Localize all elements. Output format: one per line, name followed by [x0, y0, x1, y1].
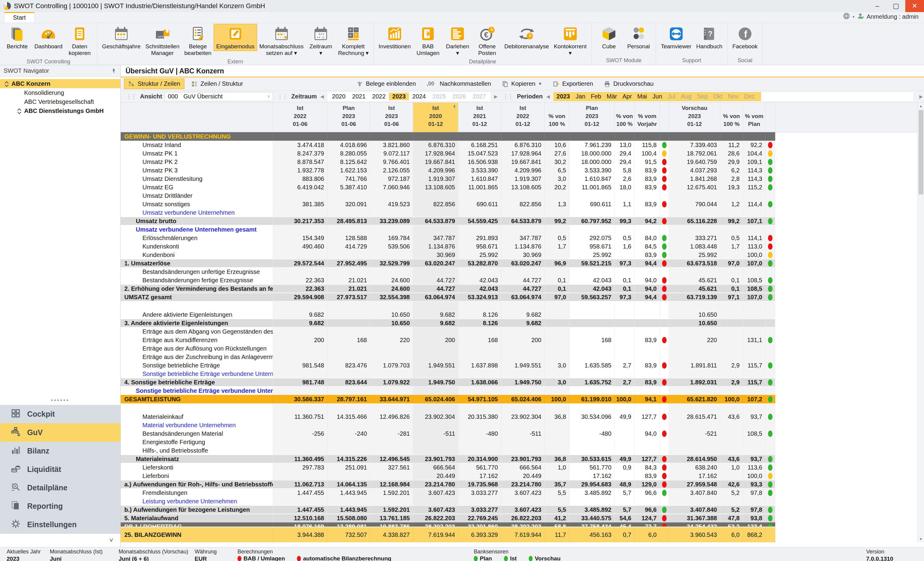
kopieren-button[interactable]: Kopieren▼ [498, 79, 546, 89]
ribbon-button-kontokorrent[interactable]: Kontokorrent ▾ [551, 24, 589, 58]
month-dez[interactable]: Dez [741, 93, 758, 100]
month-apr[interactable]: Apr [620, 93, 634, 100]
table-row-umsatz-pk-3[interactable]: Umsatz PK 31.932.7781.622.1532.126.0554.… [121, 166, 924, 174]
table-row-erträge-aus-der-zuschreibung-in-das-anlagevermögen[interactable]: Erträge aus der Zuschreibung in das Anla… [121, 353, 924, 361]
table-row-2-erhöhung-oder-verminderung-des-bestands-an-fertige[interactable]: 2. Erhöhung oder Verminderung des Bestan… [121, 284, 924, 293]
table-row-gesamtleistung[interactable]: GESAMTLEISTUNG30.586.33728.797.16133.644… [121, 395, 924, 403]
ribbon-button-bab[interactable]: BAB Umlagen [413, 24, 442, 58]
months-prev-arrow[interactable]: ◀ [545, 94, 551, 99]
ribbon-button-facebook[interactable]: fFacebook [730, 24, 760, 51]
column-header-c7[interactable]: Plan202301-12 [569, 103, 615, 132]
ribbon-button-belege[interactable]: Belege bearbeiten [182, 24, 214, 58]
months-next-arrow[interactable]: ▶ [918, 94, 924, 99]
exportieren-button[interactable]: Exportieren [549, 79, 597, 89]
ribbon-button-dashboard[interactable]: Dashboard [32, 24, 65, 51]
years-prev-arrow[interactable]: ◀ [319, 94, 325, 99]
month-jan[interactable]: Jan [573, 93, 588, 100]
table-row-1-umsatzerlöse[interactable]: 1. Umsatzerlöse29.572.54427.952.49532.52… [121, 259, 924, 268]
tree-item-abc-dienstleistungs-gmbh[interactable]: ABC Dienstleistungs GmbH [0, 106, 120, 115]
nachkommastellen-button[interactable]: ,00 Nachkommastellen [423, 79, 495, 89]
table-row-materialeinkauf[interactable]: Materialeinkauf11.360.75114.315.46612.49… [121, 412, 924, 421]
table-row-lieferboni[interactable]: Lieferboni20.44917.16220.44917.16283,917… [121, 472, 924, 480]
sidebar-item-einstellungen[interactable]: Einstellungen [0, 516, 120, 534]
column-header-c5[interactable]: Ist202101-12 [458, 103, 501, 132]
ribbon-button-berichte[interactable]: Berichte [2, 24, 32, 51]
table-row-umsatz-pk-2[interactable]: Umsatz PK 28.878.5478.125.6429.766.40119… [121, 158, 924, 166]
column-header-c4[interactable]: Ist202001-12 [413, 103, 458, 132]
table-row-hilfs-und-betriebsstoffe[interactable]: Hilfs-, und Betriebsstoffe [121, 446, 924, 455]
ribbon-button-teamviewer[interactable]: Teamviewer [658, 24, 694, 51]
table-row-sonstige-betriebliche-erträge[interactable]: Sonstige betriebliche Erträge981.548823.… [121, 361, 924, 370]
expander-icon[interactable] [4, 81, 9, 87]
spacer-row[interactable] [121, 301, 924, 310]
ribbon-button-debitorenanalyse[interactable]: Debitorenanalyse [502, 24, 551, 51]
pinned-row-content[interactable]: 25. BILANZGEWINN3.944.388732.5074.338.82… [121, 527, 775, 542]
month-nov[interactable]: Nov [725, 93, 741, 100]
ribbon-button-darlehen[interactable]: Darlehen ▾ [442, 24, 472, 58]
year-2022[interactable]: 2022 [369, 93, 389, 100]
table-row-bestandsänderungen-unfertige-erzeugnisse[interactable]: Bestandsänderungen unfertige Erzeugnisse [121, 268, 924, 276]
ribbon-button-offene[interactable]: €Offene Posten [472, 24, 502, 58]
table-row-fremdleistungen[interactable]: Fremdleistungen1.447.4551.443.9451.592.2… [121, 489, 924, 497]
table-row-leistung-verbundene-unternehmen[interactable]: Leistung verbundene Unternehmen [121, 497, 924, 505]
table-row-material-verbundene-unternehmen[interactable]: Material verbundene Unternehmen [121, 421, 924, 429]
table-row-erträge-aus-dem-abgang-von-gegenständen-des-anlage[interactable]: Erträge aus dem Abgang von Gegenständen … [121, 327, 924, 336]
scroll-up-icon[interactable]: ▲ [918, 103, 924, 109]
column-header-c2[interactable]: Plan202301-06 [327, 103, 370, 132]
sidebar-item-liquidität[interactable]: Liquidität [0, 460, 120, 478]
year-2026[interactable]: 2026 [449, 93, 469, 100]
table-row-db-1-rohertrag[interactable]: DB 1 / ROHERTRAG18.076.16913.289.08119.8… [121, 522, 924, 526]
month-jul[interactable]: Jul [665, 93, 678, 100]
spacer-row[interactable] [121, 403, 924, 412]
ribbon-button-handbuch[interactable]: ?Handbuch [694, 24, 725, 51]
ansicht-select[interactable]: 000 GuV Übersicht ˅ [165, 92, 273, 101]
close-button[interactable]: ✕ [905, 0, 924, 12]
year-2021[interactable]: 2021 [349, 93, 369, 100]
ribbon-button-schnittstellen[interactable]: DATEVSchnittstellen Manager [143, 24, 182, 58]
chevron-down-icon[interactable]: ˅ [109, 537, 113, 544]
column-header-p5[interactable]: % vomPlan [743, 103, 766, 132]
month-okt[interactable]: Okt [710, 93, 725, 100]
table-row-bestandsänderungen-fertige-erzeugnisse[interactable]: Bestandsänderungen fertige Erzeugnisse22… [121, 276, 924, 284]
sidebar-item-guv[interactable]: GuV [0, 423, 120, 442]
table-row-umsatz-gesamt[interactable]: UMSATZ gesamt29.594.90827.973.51732.554.… [121, 293, 924, 301]
minimize-button[interactable]: – [868, 0, 886, 12]
ribbon-button-zeitraum[interactable]: AΩZeitraum ▾ [306, 24, 336, 58]
druckvorschau-button[interactable]: Druckvorschau [600, 79, 657, 89]
column-header-c6[interactable]: Ist202201-12 [501, 103, 544, 132]
month-jun[interactable]: Jun [650, 93, 665, 100]
column-header-p4[interactable]: % von100 % [720, 103, 743, 132]
ribbon-button-daten[interactable]: Daten kopieren [65, 24, 94, 58]
table-row-umsatz-verbundene-unternehmen-gesamt[interactable]: Umsatz verbundene Unternehmen gesamt [121, 225, 924, 234]
month-mai[interactable]: Mai [634, 93, 650, 100]
table-row-kundenskonti[interactable]: Kundenskonti490.460414.729539.5061.134.8… [121, 242, 924, 251]
table-row-3-andere-aktivierte-eigenleistungen[interactable]: 3. Andere aktivierte Eigenleistungen9.68… [121, 319, 924, 327]
month-sep[interactable]: Sep [694, 93, 710, 100]
column-header-c3[interactable]: Ist202301-06 [370, 103, 413, 132]
column-header-c8[interactable]: Vorschau202301-12 [669, 103, 720, 132]
table-row-materialeinsatz[interactable]: Materialeinsatz11.360.49514.315.22612.49… [121, 455, 924, 463]
expander-icon[interactable] [17, 108, 22, 114]
tree-item-abc-vertriebsgesellschaft[interactable]: ABC Vertriebsgesellschaft [0, 97, 120, 106]
vertical-scrollbar[interactable]: ▲ ▼ [917, 103, 924, 542]
table-row-umsatz-pk-1[interactable]: Umsatz PK 18.247.3798.280.0559.072.11717… [121, 149, 924, 158]
table-row-umsatz-verbundene-unternehmen[interactable]: Umsatz verbundene Unternehmen [121, 208, 924, 217]
tree-item-konsolidierung[interactable]: Konsolidierung [0, 88, 120, 97]
table-row-5-materialaufwand[interactable]: 5. Materialaufwand12.510.16815.508.08013… [121, 514, 924, 522]
year-2023[interactable]: 2023 [389, 93, 409, 100]
language-dropdown-arrow[interactable]: ▾ [852, 15, 855, 19]
table-row-umsatz-sonstiges[interactable]: Umsatz sonstiges381.385320.091419.523822… [121, 200, 924, 208]
table-row-b-aufwendungen-für-bezogene-leistungen[interactable]: b.) Aufwendungen für bezogene Leistungen… [121, 505, 924, 514]
scrollbar-thumb[interactable] [919, 110, 923, 194]
menu-drag-handle[interactable]: •••••• [0, 397, 120, 405]
column-header-a1[interactable] [660, 103, 669, 132]
table-row-umsatz-inland[interactable]: Umsatz Inland3.474.4184.018.6963.821.860… [121, 141, 924, 149]
column-header-p1[interactable]: % von100 % [544, 103, 569, 132]
table-row-umsatz-eg[interactable]: Umsatz EG6.419.0425.387.4107.060.94613.1… [121, 183, 924, 191]
year-2024[interactable]: 2024 [409, 93, 429, 100]
column-header-c1[interactable]: Ist202201-06 [273, 103, 327, 132]
language-globe-icon[interactable] [843, 12, 850, 21]
ribbon-button-komplett[interactable]: +−×=Komplett Rechnung ▾ [336, 24, 371, 58]
column-header-p3[interactable]: % vomVorjahr [634, 103, 660, 132]
tree-item-abc-konzern[interactable]: ABC Konzern [0, 79, 120, 88]
